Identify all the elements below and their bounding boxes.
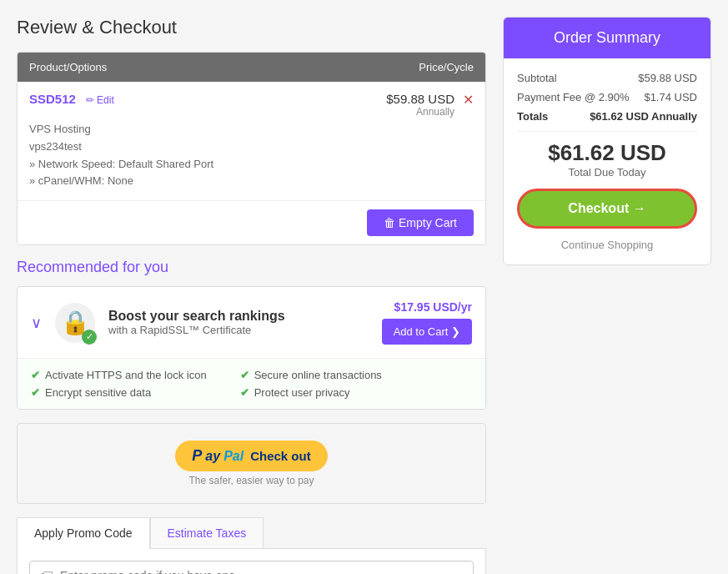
paypal-logo[interactable]: P ay Pal Check out	[175, 441, 327, 471]
checkout-btn-wrap: Checkout →	[517, 189, 697, 229]
ssl-feature-4: ✔ Protect user privacy	[240, 386, 382, 399]
total-amount: $61.62 USD	[517, 140, 697, 166]
cart-item-name: SSD512	[29, 92, 76, 106]
paypal-section: P ay Pal Check out The safer, easier way…	[17, 423, 486, 504]
product-col-header: Product/Options	[29, 61, 107, 73]
ssl-check-icon: ✓	[82, 330, 97, 345]
ssl-info: Boost your search rankings with a RapidS…	[108, 309, 369, 336]
ssl-icon: 🔒 ✓	[55, 303, 95, 343]
edit-item-link[interactable]: ✏ Edit	[86, 94, 114, 106]
paypal-pal-text: Pal	[223, 449, 244, 464]
price-col-header: Price/Cycle	[419, 61, 474, 73]
order-summary-body: Subtotal $59.88 USD Payment Fee @ 2.90% …	[504, 58, 710, 264]
paypal-p-icon: P	[192, 447, 202, 465]
subtotal-value: $59.88 USD	[638, 72, 697, 84]
total-due: $61.62 USD Total Due Today	[517, 140, 697, 179]
ssl-info-sub: with a RapidSSL™ Certificate	[108, 324, 369, 336]
check-icon-4: ✔	[240, 386, 249, 399]
ssl-info-title: Boost your search rankings	[108, 309, 369, 324]
ssl-features-col-2: ✔ Secure online transactions ✔ Protect u…	[240, 369, 382, 399]
ssl-feature-1: ✔ Activate HTTPS and the lock icon	[31, 369, 207, 381]
order-summary-header: Order Summary	[504, 18, 710, 58]
recommended-title: Recommended for you	[17, 259, 486, 276]
ssl-features: ✔ Activate HTTPS and the lock icon ✔ Enc…	[18, 359, 485, 409]
ssl-feature-2: ✔ Encrypt sensitive data	[31, 386, 207, 399]
ssl-price: $17.95 USD/yr	[382, 300, 472, 314]
main-content: Review & Checkout Product/Options Price/…	[17, 17, 486, 574]
cart-item-price: $59.88 USD	[386, 92, 454, 106]
paypal-tagline: The safer, easier way to pay	[34, 475, 469, 486]
subtotal-label: Subtotal	[517, 72, 557, 84]
promo-section: Apply Promo Code Estimate Taxes 🏷 Valida…	[17, 517, 486, 574]
cart-item-type: VPS Hosting	[29, 121, 474, 138]
tab-apply-promo[interactable]: Apply Promo Code	[17, 517, 150, 549]
paypal-checkout-text: Check out	[250, 449, 311, 463]
continue-shopping-link[interactable]: Continue Shopping	[517, 239, 697, 251]
fee-value: $1.74 USD	[644, 91, 697, 103]
empty-cart-button[interactable]: 🗑 Empty Cart	[367, 209, 474, 236]
summary-row-subtotal: Subtotal $59.88 USD	[517, 72, 697, 84]
ssl-add-to-cart-button[interactable]: Add to Cart ❯	[382, 319, 472, 345]
ssl-price-section: $17.95 USD/yr Add to Cart ❯	[382, 300, 472, 345]
check-icon-1: ✔	[31, 369, 40, 381]
totals-label: Totals	[517, 110, 548, 123]
promo-code-input[interactable]	[60, 569, 463, 574]
cart-item-details: VPS Hosting vps234test » Network Speed: …	[29, 121, 474, 190]
check-icon-3: ✔	[240, 369, 249, 381]
tab-estimate-taxes[interactable]: Estimate Taxes	[150, 517, 264, 548]
cart-item-detail2: » cPanel/WHM: None	[29, 173, 474, 190]
remove-item-button[interactable]: ✕	[463, 92, 474, 108]
cart-item: SSD512 ✏ Edit $59.88 USD Annually ✕ VPS …	[18, 82, 485, 201]
cart-item-username: vps234test	[29, 138, 474, 156]
total-label: Total Due Today	[517, 166, 697, 179]
promo-input-wrap: 🏷	[29, 561, 474, 574]
order-summary-card: Order Summary Subtotal $59.88 USD Paymen…	[503, 17, 711, 265]
ssl-main: ∨ 🔒 ✓ Boost your search rankings with a …	[18, 287, 485, 359]
summary-row-fee: Payment Fee @ 2.90% $1.74 USD	[517, 91, 697, 103]
cart-actions: 🗑 Empty Cart	[18, 201, 485, 244]
ssl-feature-3: ✔ Secure online transactions	[240, 369, 382, 381]
recommended-section: Recommended for you ∨ 🔒 ✓ Boost your sea…	[17, 259, 486, 410]
page-title: Review & Checkout	[17, 17, 486, 38]
fee-label: Payment Fee @ 2.90%	[517, 91, 630, 103]
cart-item-cycle: Annually	[386, 106, 454, 118]
promo-tabs: Apply Promo Code Estimate Taxes	[17, 517, 486, 549]
checkout-button[interactable]: Checkout →	[517, 189, 697, 229]
order-summary: Order Summary Subtotal $59.88 USD Paymen…	[503, 17, 711, 574]
promo-content: 🏷 Validate Code	[17, 549, 486, 574]
summary-divider	[517, 131, 697, 132]
paypal-text: ay	[205, 449, 220, 464]
ssl-feature-label-3: Secure online transactions	[254, 369, 382, 381]
ssl-features-col-1: ✔ Activate HTTPS and the lock icon ✔ Enc…	[31, 369, 207, 399]
cart-item-detail1: » Network Speed: Default Shared Port	[29, 156, 474, 174]
summary-row-totals: Totals $61.62 USD Annually	[517, 110, 697, 123]
tag-icon: 🏷	[40, 568, 53, 574]
ssl-feature-label-4: Protect user privacy	[254, 386, 350, 399]
cart-table-header: Product/Options Price/Cycle	[18, 53, 485, 82]
ssl-toggle[interactable]: ∨	[31, 314, 42, 332]
ssl-feature-label-1: Activate HTTPS and the lock icon	[45, 369, 207, 381]
totals-value: $61.62 USD Annually	[590, 110, 697, 123]
ssl-feature-label-2: Encrypt sensitive data	[45, 386, 151, 399]
check-icon-2: ✔	[31, 386, 40, 399]
ssl-card: ∨ 🔒 ✓ Boost your search rankings with a …	[17, 286, 486, 410]
cart-table: Product/Options Price/Cycle SSD512 ✏ Edi…	[17, 52, 486, 245]
